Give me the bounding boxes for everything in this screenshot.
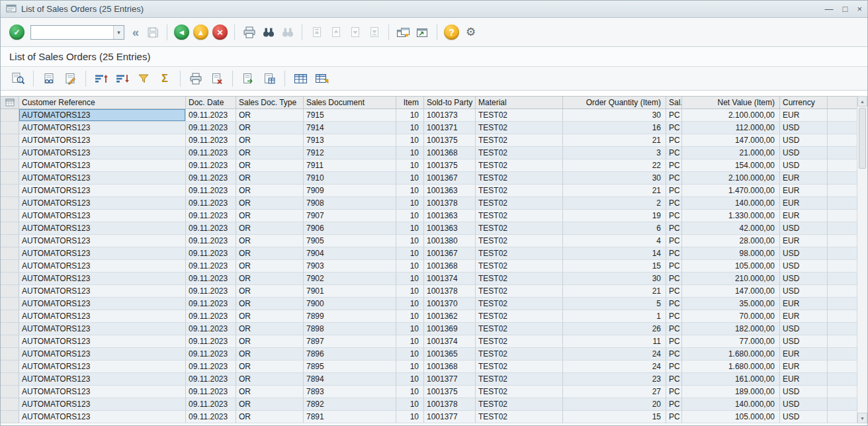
grid-cell[interactable]: 09.11.2023 — [186, 134, 236, 147]
grid-cell[interactable]: PC — [666, 185, 682, 197]
maximize-button[interactable]: □ — [843, 5, 848, 13]
grid-cell[interactable]: 1001363 — [424, 185, 476, 197]
grid-cell[interactable]: OR — [236, 398, 304, 411]
grid-cell[interactable]: OR — [236, 386, 304, 398]
row-selector[interactable] — [1, 210, 19, 222]
row-selector[interactable] — [1, 411, 19, 423]
grid-cell[interactable]: TEST02 — [476, 185, 563, 197]
grid-cell[interactable]: TEST02 — [476, 373, 563, 386]
grid-cell[interactable]: PC — [666, 159, 682, 172]
grid-cell[interactable]: 10 — [396, 185, 424, 197]
row-selector[interactable] — [1, 310, 19, 323]
grid-cell[interactable]: 147.000,00 — [682, 285, 780, 298]
local-file-export-button[interactable] — [238, 70, 258, 87]
grid-cell[interactable]: AUTOMATORS123 — [19, 361, 186, 373]
grid-cell[interactable]: 189.000,00 — [682, 386, 780, 398]
grid-cell[interactable]: 09.11.2023 — [186, 185, 236, 197]
grid-cell[interactable]: OR — [236, 197, 304, 210]
grid-cell[interactable]: 3 — [563, 147, 666, 159]
grid-cell[interactable]: 112.000,00 — [682, 122, 780, 134]
grid-cell[interactable]: 1 — [563, 310, 666, 323]
column-header-sold-to-party[interactable]: Sold-to Party — [424, 97, 476, 108]
grid-cell[interactable]: 1001380 — [424, 235, 476, 247]
grid-cell[interactable]: 42.000,00 — [682, 222, 780, 235]
grid-cell[interactable]: 7912 — [304, 147, 396, 159]
grid-cell[interactable]: TEST02 — [476, 159, 563, 172]
customize-layout-button[interactable]: ⚙ — [462, 24, 480, 41]
grid-cell[interactable]: USD — [780, 273, 828, 285]
grid-cell[interactable]: AUTOMATORS123 — [19, 398, 186, 411]
grid-cell[interactable]: OR — [236, 373, 304, 386]
word-processing-button[interactable] — [259, 70, 279, 87]
grid-cell[interactable]: 1001375 — [424, 134, 476, 147]
grid-cell[interactable]: 210.000,00 — [682, 273, 780, 285]
grid-cell[interactable]: 1001374 — [424, 273, 476, 285]
grid-cell[interactable]: OR — [236, 335, 304, 348]
grid-cell[interactable]: 161.000,00 — [682, 373, 780, 386]
grid-cell[interactable]: USD — [780, 134, 828, 147]
grid-cell[interactable]: 7899 — [304, 310, 396, 323]
row-selector[interactable] — [1, 185, 19, 197]
grid-cell[interactable]: 2.100.000,00 — [682, 172, 780, 185]
grid-cell[interactable]: AUTOMATORS123 — [19, 134, 186, 147]
grid-cell[interactable]: 28.000,00 — [682, 235, 780, 247]
grid-cell[interactable]: OR — [236, 285, 304, 298]
grid-cell[interactable]: 09.11.2023 — [186, 197, 236, 210]
grid-cell[interactable]: 10 — [396, 222, 424, 235]
grid-cell[interactable]: USD — [780, 222, 828, 235]
grid-cell[interactable]: AUTOMATORS123 — [19, 109, 186, 122]
new-session-button[interactable] — [394, 24, 412, 41]
grid-cell[interactable]: AUTOMATORS123 — [19, 159, 186, 172]
grid-cell[interactable]: 14 — [563, 247, 666, 260]
grid-cell[interactable]: TEST02 — [476, 222, 563, 235]
grid-cell[interactable]: 09.11.2023 — [186, 109, 236, 122]
grid-cell[interactable]: 2 — [563, 197, 666, 210]
grid-cell[interactable]: PC — [666, 222, 682, 235]
select-all-button[interactable] — [1, 97, 19, 108]
grid-cell[interactable]: TEST02 — [476, 210, 563, 222]
grid-cell[interactable]: OR — [236, 273, 304, 285]
grid-cell[interactable]: 1001377 — [424, 373, 476, 386]
grid-cell[interactable]: PC — [666, 197, 682, 210]
grid-cell[interactable]: 1001369 — [424, 323, 476, 335]
grid-cell[interactable]: 15 — [563, 260, 666, 273]
grid-cell[interactable]: 10 — [396, 335, 424, 348]
scrollbar-track[interactable] — [857, 169, 867, 413]
grid-cell[interactable]: TEST02 — [476, 398, 563, 411]
column-header-net-value-item[interactable]: Net Value (Item) — [682, 97, 780, 108]
row-selector[interactable] — [1, 109, 19, 122]
grid-cell[interactable]: PC — [666, 210, 682, 222]
grid-cell[interactable]: 10 — [396, 386, 424, 398]
grid-cell[interactable]: 7894 — [304, 373, 396, 386]
grid-cell[interactable]: 10 — [396, 348, 424, 361]
grid-cell[interactable]: PC — [666, 109, 682, 122]
grid-cell[interactable]: TEST02 — [476, 323, 563, 335]
grid-cell[interactable]: 10 — [396, 235, 424, 247]
column-header-sales-doc-type[interactable]: Sales Doc. Type — [236, 97, 304, 108]
grid-cell[interactable]: 7915 — [304, 109, 396, 122]
grid-cell[interactable]: TEST02 — [476, 147, 563, 159]
grid-cell[interactable]: 23 — [563, 373, 666, 386]
save-button[interactable] — [144, 24, 161, 41]
row-selector[interactable] — [1, 361, 19, 373]
grid-cell[interactable]: 154.000,00 — [682, 159, 780, 172]
table-view-button[interactable] — [290, 70, 310, 87]
grid-cell[interactable]: USD — [780, 323, 828, 335]
grid-cell[interactable]: 182.000,00 — [682, 323, 780, 335]
grid-cell[interactable]: 7901 — [304, 285, 396, 298]
close-button[interactable]: × — [857, 5, 862, 13]
grid-cell[interactable]: 1001368 — [424, 260, 476, 273]
grid-cell[interactable]: TEST02 — [476, 310, 563, 323]
grid-cell[interactable]: 140.000,00 — [682, 197, 780, 210]
grid-cell[interactable]: 09.11.2023 — [186, 298, 236, 310]
scrollbar-thumb[interactable] — [859, 108, 866, 169]
grid-cell[interactable]: OR — [236, 222, 304, 235]
grid-cell[interactable]: 1001370 — [424, 298, 476, 310]
grid-cell[interactable]: 21 — [563, 134, 666, 147]
command-input[interactable] — [31, 26, 113, 38]
grid-cell[interactable]: 7914 — [304, 122, 396, 134]
grid-cell[interactable]: EUR — [780, 373, 828, 386]
grid-cell[interactable]: 147.000,00 — [682, 134, 780, 147]
find-button[interactable] — [259, 24, 277, 41]
grid-cell[interactable]: OR — [236, 260, 304, 273]
